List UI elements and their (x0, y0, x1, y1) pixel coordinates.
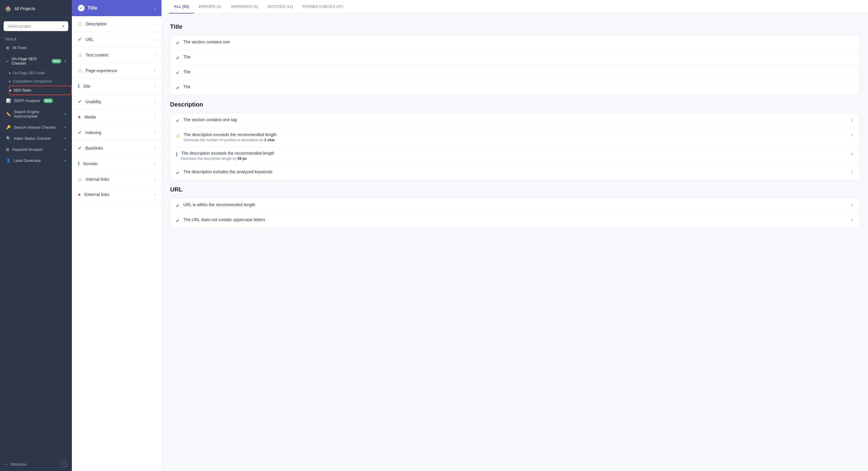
check-row-text: The tag is within the recommended length… (183, 55, 854, 59)
sidebar-item-search-volume-checker[interactable]: 🔑 Search Volume Checker ▾ (1, 122, 71, 133)
middle-item-label: Media (85, 114, 96, 120)
section-title: Title (170, 23, 860, 30)
arrow-right-icon: › (154, 37, 155, 42)
sidebar-item-search-engine-autocomplete[interactable]: ✏️ Search Engine Autocomplete ▾ (1, 106, 71, 122)
minimize-button[interactable]: ← Minimize (5, 462, 26, 467)
middle-item-label: External links (85, 192, 109, 197)
middle-item-media[interactable]: ● Media › (72, 109, 161, 125)
sidebar-item-index-status-checker[interactable]: 🔍 Index Status Checker ▾ (1, 133, 71, 144)
check-row-icon: ✔ (176, 218, 180, 224)
middle-item-external-links[interactable]: ● External links › (72, 187, 161, 202)
project-select-placeholder: Select project (7, 24, 31, 28)
sidebar-item-lead-generator[interactable]: 👤 Lead Generator ▾ (1, 155, 71, 166)
check-circle-icon: ✔ (176, 70, 180, 75)
check-row-desc-4[interactable]: ✔ The description includes the analyzed … (170, 165, 859, 180)
tab-notices[interactable]: NOTICES (11) (263, 0, 298, 13)
middle-item-usability[interactable]: ✔ Usability › (72, 94, 161, 109)
check-row-text: The tag is within the recommended pixel … (183, 69, 854, 74)
check-row-icon: ✔ (176, 70, 180, 76)
arrow-right-icon: › (154, 177, 155, 181)
arrow-right-icon: › (154, 99, 155, 104)
sections-container: Title ✔ The section contains one tag</di… (170, 23, 860, 228)
middle-item-label: Domain (83, 161, 98, 166)
check-row-desc-2[interactable]: ⚠ The description exceeds the recommende… (170, 128, 859, 147)
check-row-content: The tag is within the recommended pixel … (183, 69, 854, 74)
check-row-title-4[interactable]: ✔ The tag includes the analyzed keywords… (170, 80, 859, 95)
help-icon[interactable]: ? (61, 461, 67, 467)
tab-errors[interactable]: ERRORS (2) (194, 0, 226, 13)
sidebar-item-serp-analyzer[interactable]: 📊 SERP Analyzer New (1, 96, 71, 106)
subitem-label: Competitive Comparison (13, 79, 52, 83)
tab-warnings[interactable]: WARNINGS (5) (226, 0, 263, 13)
tab-all[interactable]: ALL (92) (169, 0, 194, 13)
chevron-down-icon: ▾ (62, 24, 64, 28)
chevron-icon: ▾ (64, 112, 66, 116)
check-row-desc-3[interactable]: ℹ The description exceeds the recommende… (170, 147, 859, 165)
check-row-desc-1[interactable]: ✔ The section contains one tag ∨ (170, 113, 859, 128)
middle-header-content: ✓ Title (78, 5, 97, 11)
tools-label: TOOLS (0, 35, 72, 42)
check-row-icon: ✔ (176, 118, 180, 124)
arrow-right-icon: › (154, 53, 155, 57)
check-row-text: The tag includes the analyzed keywords</… (183, 85, 854, 89)
sidebar-item-on-page-seo[interactable]: ~ On-Page SEO Checker New ▾ (1, 54, 71, 69)
sidebar-header[interactable]: 🏠 All Projects (0, 0, 72, 18)
arrow-right-icon: › (154, 146, 155, 150)
sidebar-subitem-competitive-comparison[interactable]: Competitive Comparison (9, 77, 72, 86)
sidebar-item-all-tools[interactable]: ⊞ All Tools (1, 42, 71, 53)
bar-chart-icon: 📊 (6, 98, 11, 103)
sidebar-subitem-on-page-audit[interactable]: On-Page SEO Audit (9, 69, 72, 77)
check-row-title-1[interactable]: ✔ The section contains one tag</div> </d… (170, 35, 859, 50)
chevron-icon: ▾ (64, 159, 66, 162)
arrow-right-icon: › (154, 6, 155, 10)
sidebar-item-label: Keyword Grouper (12, 147, 43, 152)
check-row-text: The description exceeds the recommended … (181, 151, 847, 156)
check-circle-icon: ✔ (176, 203, 180, 208)
middle-item-description[interactable]: ⚠ Description › (72, 16, 161, 32)
warning-icon: ⚠ (78, 52, 82, 58)
pen-icon: ✏️ (6, 112, 11, 116)
section-description-section: Description ✔ The section contains one t… (170, 101, 860, 180)
new-badge: New (52, 59, 61, 63)
check-row-content: The URL does not contain uppercase lette… (183, 217, 847, 222)
user-icon: 👤 (6, 158, 11, 163)
warning-icon: ⚠ (78, 68, 82, 73)
all-projects-label: All Projects (14, 6, 35, 11)
check-row-text: The description includes the analyzed ke… (183, 169, 847, 174)
check-row-url-2[interactable]: ✔ The URL does not contain uppercase let… (170, 213, 859, 228)
check-icon: ✔ (78, 36, 82, 42)
middle-item-label: Internal links (86, 177, 109, 182)
sidebar-subitem-seo-tasks[interactable]: SEO Tasks (9, 86, 72, 95)
middle-item-url[interactable]: ✔ URL › (72, 32, 161, 47)
check-row-title-3[interactable]: ✔ The tag is within the recommended pixe… (170, 65, 859, 80)
check-row-content: The section contains one tag</div> </div… (183, 39, 854, 44)
chevron-down-icon: ∨ (851, 118, 854, 123)
tabs-bar: ALL (92)ERRORS (2)WARNINGS (5)NOTICES (1… (162, 0, 868, 14)
middle-item-label: Description (86, 22, 106, 26)
check-row-title-2[interactable]: ✔ The tag is within the recommended leng… (170, 50, 859, 65)
middle-panel: ✓ Title › ⚠ Description › ✔ URL › ⚠ Text… (72, 0, 162, 471)
check-icon: ✔ (78, 145, 82, 151)
middle-item-internal-links[interactable]: ⚠ Internal links › (72, 171, 161, 187)
check-row-icon: ✔ (176, 40, 180, 46)
middle-item-site[interactable]: ℹ Site › (72, 78, 161, 94)
check-circle-icon: ✔ (176, 218, 180, 223)
check-row-url-1[interactable]: ✔ URL is within the recommended length ∨ (170, 198, 859, 213)
sidebar-bottom[interactable]: ← Minimize ? (0, 457, 72, 471)
section-title-section: Title ✔ The section contains one tag</di… (170, 23, 860, 95)
middle-item-text-content[interactable]: ⚠ Text content › (72, 47, 161, 63)
tab-passed[interactable]: PASSED CHECKS (47) (298, 0, 348, 13)
sidebar-item-keyword-grouper[interactable]: ⊞ Keyword Grouper ▾ (1, 144, 71, 155)
middle-item-backlinks[interactable]: ✔ Backlinks › (72, 140, 161, 156)
middle-item-indexing[interactable]: ✔ Indexing › (72, 125, 161, 140)
tabs-container: ALL (92)ERRORS (2)WARNINGS (5)NOTICES (1… (169, 0, 348, 13)
middle-item-domain[interactable]: ℹ Domain › (72, 156, 161, 171)
seo-icon: ~ (6, 59, 9, 64)
section-url-section: URL ✔ URL is within the recommended leng… (170, 186, 860, 228)
middle-item-page-experience[interactable]: ⚠ Page experience › (72, 63, 161, 78)
error-icon: ● (78, 192, 81, 197)
chevron-down-icon: ∨ (851, 218, 854, 222)
new-badge: New (43, 98, 53, 103)
seo-subitems: On-Page SEO Audit Competitive Comparison… (0, 69, 72, 95)
project-select[interactable]: Select project ▾ (4, 21, 68, 31)
